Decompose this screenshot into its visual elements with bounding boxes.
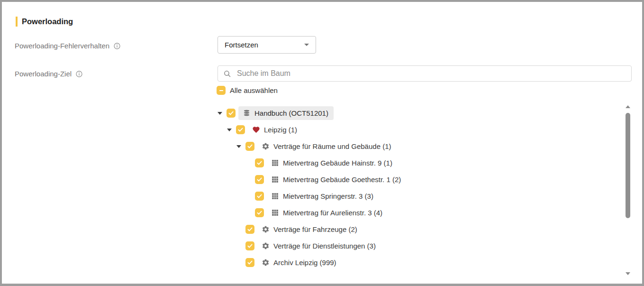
scrollbar-down-arrow-icon[interactable] — [626, 272, 630, 275]
tree-item-checkbox[interactable] — [245, 258, 254, 267]
grid-icon — [271, 175, 279, 184]
tree-item-checkbox[interactable] — [255, 175, 264, 184]
tree: Handbuch (OCT51201)Leipzig (1)Verträge f… — [218, 105, 623, 271]
gear-icon — [262, 225, 270, 233]
expand-collapse-arrow-icon[interactable] — [218, 112, 227, 115]
tree-item: Archiv Leipzig (999) — [218, 254, 623, 271]
field-label-text: Powerloading-Ziel — [15, 70, 72, 78]
tree-item-checkbox[interactable] — [255, 158, 264, 167]
tree-item-node[interactable]: Mietvertrag Springerstr. 3 (3) — [267, 189, 379, 203]
tree-item: Verträge für Fahrzeuge (2) — [218, 221, 623, 238]
heart-icon — [252, 126, 260, 134]
tree-item: Verträge für Dienstleistungen (3) — [218, 238, 623, 254]
tree-item-label: Mietvertrag für Aurelienstr. 3 (4) — [283, 209, 382, 217]
tree-item-node[interactable]: Verträge für Fahrzeuge (2) — [257, 222, 363, 236]
select-all-label[interactable]: Alle auswählen — [230, 86, 278, 94]
expand-collapse-arrow-icon[interactable] — [236, 145, 245, 148]
tree-item-checkbox[interactable] — [227, 109, 236, 118]
info-icon[interactable] — [113, 42, 121, 50]
tree-item: Verträge für Räume und Gebäude (1) — [218, 138, 623, 155]
tree-item-node[interactable]: Mietvertrag Gebäude Goethestr. 1 (2) — [267, 173, 406, 186]
gear-icon — [262, 142, 270, 150]
tree-item-checkbox[interactable] — [245, 241, 254, 250]
tree-item: Handbuch (OCT51201) — [218, 105, 623, 121]
tree-item-label: Mietvertrag Springerstr. 3 (3) — [283, 192, 373, 200]
tree-item-node[interactable]: Leipzig (1) — [248, 123, 302, 137]
field-label-text: Powerloading-Fehlerverhalten — [15, 42, 109, 50]
powerloading-settings-panel: Powerloading Powerloading-Fehlerverhalte… — [0, 0, 644, 286]
gear-icon — [262, 242, 270, 250]
chevron-down-icon — [304, 44, 309, 46]
tree-item: Mietvertrag Springerstr. 3 (3) — [218, 188, 623, 204]
tree-item: Leipzig (1) — [218, 121, 623, 138]
tree-item-label: Archiv Leipzig (999) — [273, 258, 336, 267]
tree-item-label: Mietvertrag Gebäude Goethestr. 1 (2) — [283, 175, 401, 184]
select-all-checkbox[interactable] — [217, 86, 226, 95]
gear-icon — [262, 258, 270, 267]
tree-item-label: Verträge für Fahrzeuge (2) — [273, 225, 357, 233]
tree-item-checkbox[interactable] — [245, 142, 254, 151]
grid-icon — [271, 159, 279, 167]
tree-item-label: Handbuch (OCT51201) — [254, 109, 328, 117]
tree-item-label: Verträge für Räume und Gebäude (1) — [273, 142, 391, 150]
tree-item-label: Verträge für Dienstleistungen (3) — [273, 242, 376, 250]
error-behavior-dropdown[interactable]: Fortsetzen — [218, 36, 316, 54]
tree-item-checkbox[interactable] — [255, 208, 264, 217]
grid-icon — [271, 192, 279, 200]
tree-scrollbar[interactable] — [625, 105, 631, 275]
tree-item-node[interactable]: Archiv Leipzig (999) — [257, 256, 342, 269]
dropdown-selected-value: Fortsetzen — [225, 41, 258, 49]
database-icon — [243, 109, 251, 117]
tree-item-node[interactable]: Verträge für Dienstleistungen (3) — [257, 239, 381, 253]
tree-item-checkbox[interactable] — [245, 225, 254, 234]
tree-item-checkbox[interactable] — [255, 192, 264, 201]
tree-item-node[interactable]: Mietvertrag für Aurelienstr. 3 (4) — [267, 206, 388, 220]
section-header: Powerloading — [16, 17, 73, 27]
tree-search-box — [218, 65, 632, 82]
grid-icon — [271, 209, 279, 217]
search-icon — [223, 70, 231, 78]
tree-search-input[interactable] — [236, 69, 626, 78]
tree-item-node[interactable]: Handbuch (OCT51201) — [238, 106, 334, 120]
tree-item-node[interactable]: Verträge für Räume und Gebäude (1) — [257, 139, 396, 153]
tree-item-label: Leipzig (1) — [264, 126, 297, 134]
tree-item-checkbox[interactable] — [236, 125, 245, 134]
tree-item: Mietvertrag für Aurelienstr. 3 (4) — [218, 204, 623, 221]
field-label-error-behavior: Powerloading-Fehlerverhalten — [15, 42, 121, 50]
scrollbar-up-arrow-icon[interactable] — [626, 105, 630, 108]
select-all-row: Alle auswählen — [217, 86, 278, 95]
section-accent-bar — [16, 17, 18, 27]
scrollbar-thumb[interactable] — [626, 113, 630, 218]
section-title: Powerloading — [22, 17, 73, 26]
info-icon[interactable] — [75, 70, 83, 78]
field-label-target: Powerloading-Ziel — [15, 70, 83, 78]
expand-collapse-arrow-icon[interactable] — [227, 129, 236, 131]
tree-item: Mietvertrag Gebäude Goethestr. 1 (2) — [218, 171, 623, 188]
tree-item-node[interactable]: Mietvertrag Gebäude Hainstr. 9 (1) — [267, 156, 398, 170]
tree-item: Mietvertrag Gebäude Hainstr. 9 (1) — [218, 155, 623, 171]
tree-item-label: Mietvertrag Gebäude Hainstr. 9 (1) — [283, 159, 392, 167]
